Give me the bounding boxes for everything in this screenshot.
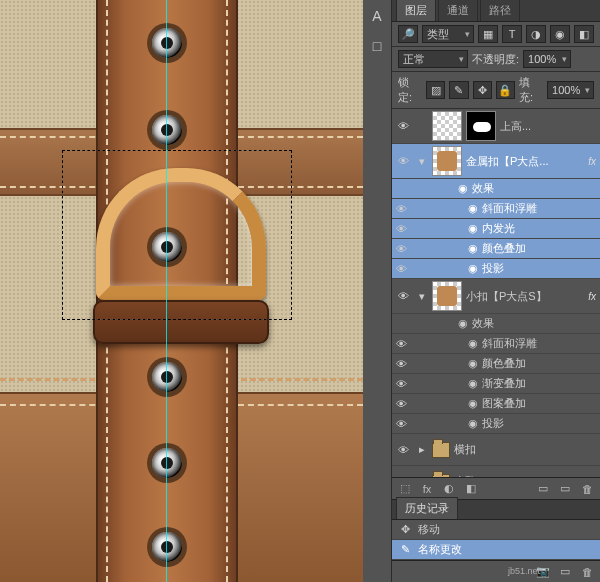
effects-label: 效果: [472, 181, 596, 196]
effect-name: 投影: [482, 416, 596, 431]
layer-row[interactable]: 👁 ▾ 小扣【P大点S】 fx: [392, 279, 600, 314]
opacity-label: 不透明度:: [472, 52, 519, 67]
effect-name: 颜色叠加: [482, 241, 596, 256]
effect-name: 内发光: [482, 221, 596, 236]
blend-mode-dropdown[interactable]: 正常: [398, 50, 468, 68]
layer-thumbnail[interactable]: [432, 146, 462, 176]
fx-badge[interactable]: fx: [588, 291, 596, 302]
effects-label: 效果: [472, 316, 596, 331]
layer-name[interactable]: 上高...: [500, 119, 596, 134]
opacity-value[interactable]: 100%: [523, 50, 571, 68]
move-icon: ✥: [398, 523, 412, 536]
history-label: 移动: [418, 522, 594, 537]
history-new-icon[interactable]: ▭: [556, 563, 574, 581]
visibility-icon[interactable]: 👁: [394, 444, 412, 456]
folder-icon: [432, 474, 450, 478]
layer-thumbnail[interactable]: [432, 111, 462, 141]
layers-panel-footer: ⬚ fx ◐ ◧ ▭ ▭ 🗑: [392, 477, 600, 499]
visibility-icon[interactable]: 👁: [392, 203, 410, 215]
tab-history[interactable]: 历史记录: [396, 497, 458, 519]
history-label: 名称更改: [418, 542, 594, 557]
layer-group-row[interactable]: 👁▸小孔: [392, 466, 600, 477]
visibility-icon[interactable]: 👁: [392, 358, 410, 370]
effect-row[interactable]: 👁◉斜面和浮雕: [392, 199, 600, 219]
history-row[interactable]: ✎ 名称更改: [392, 540, 600, 560]
fill-value[interactable]: 100%: [547, 81, 594, 99]
visibility-icon[interactable]: 👁: [394, 155, 412, 167]
lock-label: 锁定:: [398, 75, 422, 105]
effect-row[interactable]: 👁◉投影: [392, 259, 600, 279]
filter-pixel-icon[interactable]: ▦: [478, 25, 498, 43]
history-snapshot-icon[interactable]: 📷: [534, 563, 552, 581]
effect-name: 图案叠加: [482, 396, 596, 411]
effect-row[interactable]: 👁◉颜色叠加: [392, 354, 600, 374]
layer-mask-thumbnail[interactable]: [466, 111, 496, 141]
filter-adjust-icon[interactable]: ◑: [526, 25, 546, 43]
link-layers-icon[interactable]: ⬚: [396, 480, 414, 498]
effect-name: 渐变叠加: [482, 376, 596, 391]
transform-selection[interactable]: [62, 150, 292, 320]
new-group-icon[interactable]: ▭: [534, 480, 552, 498]
lock-transparent-icon[interactable]: ▨: [426, 81, 445, 99]
visibility-icon[interactable]: 👁: [392, 378, 410, 390]
tab-layers[interactable]: 图层: [396, 0, 436, 21]
folder-icon: [432, 442, 450, 458]
rename-icon: ✎: [398, 543, 412, 556]
filter-type-icon[interactable]: T: [502, 25, 522, 43]
layer-name[interactable]: 金属扣【P大点...: [466, 154, 582, 169]
history-delete-icon[interactable]: 🗑: [578, 563, 596, 581]
filter-shape-icon[interactable]: ◉: [550, 25, 570, 43]
add-adjustment-icon[interactable]: ◧: [462, 480, 480, 498]
effects-header[interactable]: ◉效果: [392, 314, 600, 334]
lock-all-icon[interactable]: 🔒: [496, 81, 515, 99]
visibility-icon[interactable]: 👁: [394, 290, 412, 302]
tab-paths[interactable]: 路径: [480, 0, 520, 21]
effect-name: 斜面和浮雕: [482, 201, 596, 216]
effect-row[interactable]: 👁◉内发光: [392, 219, 600, 239]
fill-label: 填充:: [519, 75, 543, 105]
tool-strip: A □: [363, 0, 391, 582]
visibility-icon[interactable]: 👁: [394, 120, 412, 132]
layer-list[interactable]: 👁 上高... 👁 ▾ 金属扣【P大点... fx ◉ 效果 👁◉斜面和浮雕 👁…: [392, 109, 600, 477]
visibility-icon[interactable]: 👁: [392, 418, 410, 430]
filter-smart-icon[interactable]: ◧: [574, 25, 594, 43]
visibility-icon[interactable]: 👁: [392, 263, 410, 275]
layer-kind-dropdown[interactable]: 类型: [422, 25, 474, 43]
effects-header[interactable]: ◉ 效果: [392, 179, 600, 199]
lock-paint-icon[interactable]: ✎: [449, 81, 468, 99]
history-row[interactable]: ✥ 移动: [392, 520, 600, 540]
layer-row[interactable]: 👁 ▾ 金属扣【P大点... fx: [392, 144, 600, 179]
search-icon[interactable]: 🔎: [398, 25, 418, 43]
effect-row[interactable]: 👁◉斜面和浮雕: [392, 334, 600, 354]
visibility-icon[interactable]: 👁: [392, 223, 410, 235]
layers-panel-tabs: 图层 通道 路径: [392, 0, 600, 22]
layer-name[interactable]: 小扣【P大点S】: [466, 289, 582, 304]
layer-thumbnail[interactable]: [432, 281, 462, 311]
effect-row[interactable]: 👁◉图案叠加: [392, 394, 600, 414]
effect-name: 颜色叠加: [482, 356, 596, 371]
effects-toggle[interactable]: ▾: [416, 155, 428, 168]
effect-name: 投影: [482, 261, 596, 276]
effect-row[interactable]: 👁◉投影: [392, 414, 600, 434]
visibility-icon[interactable]: 👁: [392, 398, 410, 410]
add-effect-icon[interactable]: fx: [418, 480, 436, 498]
color-swatch[interactable]: □: [365, 34, 389, 58]
visibility-icon[interactable]: 👁: [392, 243, 410, 255]
layer-group-row[interactable]: 👁▸横扣: [392, 434, 600, 466]
visibility-icon[interactable]: 👁: [392, 338, 410, 350]
type-tool[interactable]: A: [365, 4, 389, 28]
effect-row[interactable]: 👁◉颜色叠加: [392, 239, 600, 259]
effect-name: 斜面和浮雕: [482, 336, 596, 351]
delete-layer-icon[interactable]: 🗑: [578, 480, 596, 498]
document-canvas[interactable]: [0, 0, 363, 582]
effect-row[interactable]: 👁◉渐变叠加: [392, 374, 600, 394]
effects-toggle[interactable]: ▾: [416, 290, 428, 303]
layer-name[interactable]: 横扣: [454, 442, 596, 457]
layer-row[interactable]: 👁 上高...: [392, 109, 600, 144]
add-mask-icon[interactable]: ◐: [440, 480, 458, 498]
fx-badge[interactable]: fx: [588, 156, 596, 167]
tab-channels[interactable]: 通道: [438, 0, 478, 21]
group-toggle[interactable]: ▸: [416, 443, 428, 456]
lock-position-icon[interactable]: ✥: [473, 81, 492, 99]
new-layer-icon[interactable]: ▭: [556, 480, 574, 498]
